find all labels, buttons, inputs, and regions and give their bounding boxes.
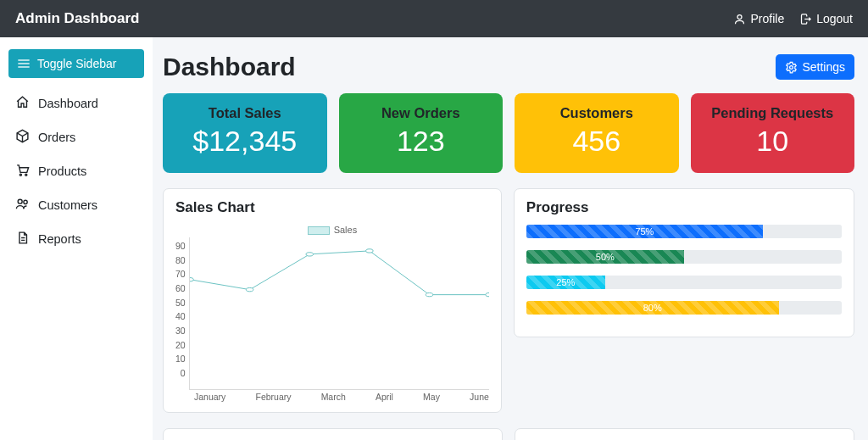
y-tick: 90 xyxy=(175,241,186,251)
y-tick: 80 xyxy=(175,255,186,265)
svg-point-11 xyxy=(306,253,313,256)
kpi-card: New Orders123 xyxy=(339,93,504,173)
progress-bar: 50% xyxy=(526,250,842,264)
sidebar-item-dashboard[interactable]: Dashboard xyxy=(8,86,144,120)
svg-point-5 xyxy=(25,174,27,175)
box-icon xyxy=(15,129,30,146)
sidebar-item-label: Orders xyxy=(38,131,75,144)
chart-legend: Sales xyxy=(175,225,489,235)
svg-point-6 xyxy=(18,199,22,203)
kpi-card: Customers456 xyxy=(515,93,679,173)
settings-label: Settings xyxy=(802,60,845,74)
progress-list: 75%50%25%80% xyxy=(526,225,842,315)
svg-point-8 xyxy=(790,65,793,69)
profile-link[interactable]: Profile xyxy=(733,12,784,25)
y-tick: 10 xyxy=(175,354,186,364)
svg-point-4 xyxy=(19,174,21,175)
kpi-card: Pending Requests10 xyxy=(691,93,855,173)
progress-card: Progress 75%50%25%80% xyxy=(514,188,854,337)
file-icon xyxy=(15,231,30,248)
gear-icon xyxy=(785,61,798,74)
kpi-value: 10 xyxy=(698,125,849,158)
x-tick: June xyxy=(470,392,489,402)
progress-fill: 50% xyxy=(526,250,684,264)
x-tick: March xyxy=(321,392,346,402)
brand-title: Admin Dashboard xyxy=(15,10,139,27)
logout-link[interactable]: Logout xyxy=(799,12,853,25)
progress-bar: 25% xyxy=(526,276,842,289)
progress-title: Progress xyxy=(526,199,842,216)
people-icon xyxy=(15,197,30,214)
recent-activity-card: Recent Activity xyxy=(163,428,503,440)
kpi-title: Total Sales xyxy=(170,105,320,121)
kpi-value: 456 xyxy=(521,125,672,158)
chart-card-title: Sales Chart xyxy=(175,199,489,216)
home-icon xyxy=(15,95,30,112)
legend-swatch xyxy=(308,226,330,235)
menu-icon xyxy=(17,58,31,69)
sidebar-item-products[interactable]: Products xyxy=(8,154,144,188)
sidebar-nav: DashboardOrdersProductsCustomersReports xyxy=(8,86,144,256)
settings-button[interactable]: Settings xyxy=(776,54,854,80)
svg-point-12 xyxy=(365,249,372,253)
toggle-sidebar-button[interactable]: Toggle Sidebar xyxy=(8,49,144,78)
sales-chart-card: Sales Chart Sales 9080706050403020100 Ja… xyxy=(163,188,502,413)
x-axis: JanuaryFebruaryMarchAprilMayJune xyxy=(194,392,489,402)
main-content: Dashboard Settings Total Sales$12,345New… xyxy=(153,37,868,440)
sidebar-item-label: Customers xyxy=(38,198,97,212)
svg-point-10 xyxy=(246,288,253,292)
y-tick: 40 xyxy=(175,311,186,321)
kpi-value: 123 xyxy=(346,125,497,158)
person-icon xyxy=(733,13,746,25)
x-tick: February xyxy=(255,392,291,402)
sales-line xyxy=(190,237,489,389)
y-tick: 70 xyxy=(175,269,186,279)
y-axis: 9080706050403020100 xyxy=(175,237,189,390)
page-title: Dashboard xyxy=(163,53,296,81)
progress-bar: 80% xyxy=(526,301,842,315)
topbar: Admin Dashboard Profile Logout xyxy=(0,0,868,37)
progress-fill: 75% xyxy=(526,225,763,238)
sidebar-item-customers[interactable]: Customers xyxy=(8,188,144,222)
y-tick: 50 xyxy=(175,298,186,308)
sidebar-item-reports[interactable]: Reports xyxy=(8,222,144,256)
x-tick: April xyxy=(376,392,393,402)
svg-point-13 xyxy=(426,293,432,297)
topbar-right: Profile Logout xyxy=(733,12,853,25)
progress-bar: 75% xyxy=(526,225,842,238)
kpi-value: $12,345 xyxy=(170,125,320,158)
svg-point-0 xyxy=(737,14,742,19)
svg-point-7 xyxy=(24,200,27,203)
sidebar-item-orders[interactable]: Orders xyxy=(8,120,144,154)
bottom-row: Recent Activity Recent Orders xyxy=(163,428,854,440)
plot-area xyxy=(189,237,489,390)
logout-label: Logout xyxy=(816,12,853,25)
cart-icon xyxy=(15,163,30,180)
svg-point-9 xyxy=(190,278,193,281)
logout-icon xyxy=(799,13,812,25)
toggle-label: Toggle Sidebar xyxy=(37,57,116,70)
y-tick: 60 xyxy=(175,283,186,293)
y-tick: 30 xyxy=(175,326,186,336)
kpi-title: Customers xyxy=(521,105,672,121)
kpi-title: Pending Requests xyxy=(698,105,849,121)
profile-label: Profile xyxy=(750,12,784,25)
middle-row: Sales Chart Sales 9080706050403020100 Ja… xyxy=(163,188,854,413)
sidebar: Toggle Sidebar DashboardOrdersProductsCu… xyxy=(0,37,153,440)
y-tick: 20 xyxy=(175,340,186,350)
page-header: Dashboard Settings xyxy=(163,53,854,81)
x-tick: May xyxy=(423,392,440,402)
sidebar-item-label: Products xyxy=(38,164,86,178)
chart-area: 9080706050403020100 xyxy=(175,237,489,390)
recent-orders-card: Recent Orders xyxy=(515,428,854,440)
legend-label: Sales xyxy=(334,225,358,235)
kpi-card: Total Sales$12,345 xyxy=(163,93,327,173)
x-tick: January xyxy=(194,392,225,402)
progress-fill: 80% xyxy=(526,301,779,315)
progress-fill: 25% xyxy=(526,276,605,289)
sidebar-item-label: Reports xyxy=(38,232,81,246)
kpi-title: New Orders xyxy=(346,105,497,121)
kpi-row: Total Sales$12,345New Orders123Customers… xyxy=(163,93,854,173)
svg-point-14 xyxy=(486,293,489,297)
sidebar-item-label: Dashboard xyxy=(38,97,98,110)
